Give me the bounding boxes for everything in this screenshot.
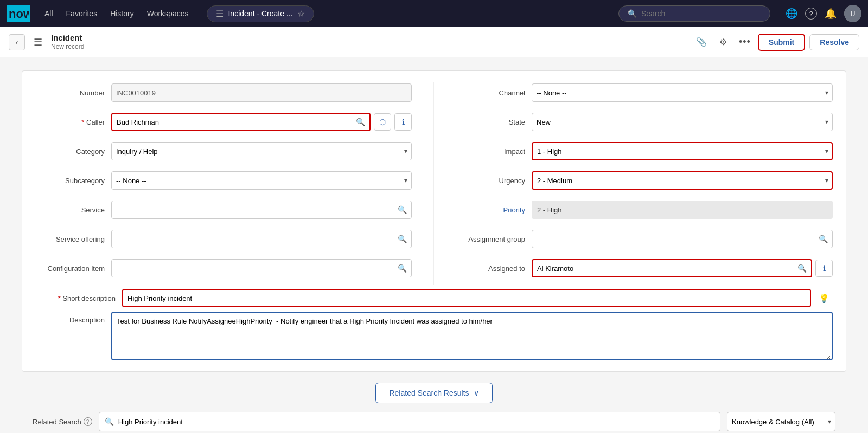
config-item-label: Configuration item (35, 264, 111, 273)
caller-graph-button[interactable]: ⬡ (374, 113, 391, 131)
category-select[interactable]: Inquiry / Help Software Hardware Network (111, 142, 412, 160)
related-search-input[interactable] (118, 418, 714, 426)
related-search-help-icon[interactable]: ? (84, 417, 92, 426)
urgency-select[interactable]: 1 - High 2 - Medium 3 - Low (532, 171, 833, 190)
assigned-to-input-box: 🔍 (532, 259, 812, 277)
more-button[interactable]: ••• (736, 34, 754, 51)
subcategory-row: Subcategory -- None -- ▾ (35, 170, 412, 191)
related-search-field-icon: 🔍 (105, 417, 114, 426)
form-left-column: Number Caller 🔍 ⬡ ℹ (35, 82, 434, 285)
record-title: Incident New record (51, 33, 84, 51)
channel-label: Channel (456, 89, 532, 97)
related-search-bar: Related Search Results ∨ (22, 383, 846, 403)
assigned-to-search-button[interactable]: 🔍 (793, 262, 811, 275)
service-offering-input-wrapper: 🔍 (111, 230, 412, 248)
description-textarea[interactable]: Test for Business Rule NotifyAssigneeHig… (111, 312, 833, 360)
pill-menu-icon: ☰ (216, 9, 224, 19)
short-description-label: Short description (35, 294, 122, 302)
assignment-group-row: Assignment group 🔍 (456, 228, 833, 250)
channel-row: Channel -- None -- Email Phone Self-serv… (456, 82, 833, 104)
hamburger-icon[interactable]: ☰ (31, 34, 44, 50)
related-search-input-box: 🔍 (99, 412, 720, 431)
nav-all[interactable]: All (39, 6, 59, 21)
description-label: Description (35, 312, 111, 324)
caller-search-button[interactable]: 🔍 (352, 115, 369, 128)
short-description-row: Short description 💡 (35, 289, 833, 307)
number-field[interactable] (111, 83, 412, 102)
record-title-sub: New record (51, 43, 84, 51)
priority-link[interactable]: Priority (456, 206, 532, 214)
secondary-header: ‹ ☰ Incident New record 📎 ⚙ ••• Submit R… (0, 27, 868, 57)
state-label: State (456, 118, 532, 126)
nav-workspaces[interactable]: Workspaces (142, 6, 194, 21)
description-row: Description Test for Business Rule Notif… (35, 312, 833, 360)
assigned-to-wrapper: 🔍 ℹ (532, 259, 833, 277)
subcategory-select-wrapper: -- None -- ▾ (111, 171, 412, 190)
number-label: Number (35, 89, 111, 97)
state-row: State New In Progress On Hold Resolved ▾ (456, 111, 833, 133)
help-icon[interactable]: ? (805, 8, 817, 20)
assigned-to-info-button[interactable]: ℹ (815, 260, 833, 277)
service-offering-search-button[interactable]: 🔍 (393, 232, 411, 245)
user-avatar[interactable]: U (844, 5, 861, 22)
form-container: Number Caller 🔍 ⬡ ℹ (0, 57, 868, 433)
resolve-button[interactable]: Resolve (809, 34, 859, 50)
impact-label: Impact (456, 147, 532, 156)
svg-text:now: now (9, 7, 29, 21)
config-item-row: Configuration item 🔍 (35, 257, 412, 279)
caller-label: Caller (35, 118, 111, 126)
assigned-to-label: Assigned to (456, 264, 532, 273)
notification-icon[interactable]: 🔔 (825, 8, 837, 20)
service-offering-input[interactable] (112, 233, 393, 245)
search-input[interactable] (641, 9, 761, 18)
config-item-search-button[interactable]: 🔍 (393, 262, 411, 275)
category-row: Category Inquiry / Help Software Hardwar… (35, 140, 412, 162)
number-row: Number (35, 82, 412, 104)
state-select-wrapper: New In Progress On Hold Resolved ▾ (532, 113, 833, 131)
nav-title-pill[interactable]: ☰ Incident - Create ... ☆ (207, 5, 314, 22)
caller-info-button[interactable]: ℹ (394, 113, 412, 131)
header-actions: 📎 ⚙ ••• Submit Resolve (693, 34, 859, 51)
config-item-input[interactable] (112, 262, 393, 275)
submit-button[interactable]: Submit (758, 34, 805, 51)
catalog-select[interactable]: Knowledge & Catalog (All) Knowledge Cata… (727, 412, 835, 431)
assigned-to-input[interactable] (533, 262, 793, 275)
service-search-button[interactable]: 🔍 (393, 203, 411, 216)
catalog-select-wrapper: Knowledge & Catalog (All) Knowledge Cata… (727, 412, 835, 431)
state-select[interactable]: New In Progress On Hold Resolved (532, 113, 833, 131)
priority-row: Priority 2 - High (456, 199, 833, 221)
settings-button[interactable]: ⚙ (714, 34, 732, 51)
caller-input[interactable] (112, 116, 352, 128)
category-select-wrapper: Inquiry / Help Software Hardware Network… (111, 142, 412, 160)
related-search-button[interactable]: Related Search Results ∨ (375, 383, 492, 403)
lightbulb-button[interactable]: 💡 (815, 289, 833, 307)
assignment-group-search-button[interactable]: 🔍 (814, 232, 832, 245)
impact-select[interactable]: 1 - High 2 - Medium 3 - Low (532, 142, 833, 160)
nav-history[interactable]: History (105, 6, 139, 21)
subcategory-label: Subcategory (35, 177, 111, 185)
channel-select[interactable]: -- None -- Email Phone Self-service (532, 83, 833, 102)
channel-select-wrapper: -- None -- Email Phone Self-service ▾ (532, 83, 833, 102)
attachment-button[interactable]: 📎 (693, 34, 710, 51)
caller-input-box: 🔍 (111, 113, 371, 131)
short-description-input[interactable] (123, 292, 810, 305)
service-input[interactable] (112, 204, 393, 216)
subcategory-select[interactable]: -- None -- (111, 171, 412, 190)
config-item-input-wrapper: 🔍 (111, 259, 412, 277)
caller-wrapper: 🔍 ⬡ ℹ (111, 113, 412, 131)
assignment-group-label: Assignment group (456, 235, 532, 243)
nav-favorites[interactable]: Favorites (61, 6, 103, 21)
priority-value: 2 - High (532, 201, 833, 219)
service-offering-row: Service offering 🔍 (35, 228, 412, 250)
assigned-to-row: Assigned to 🔍 ℹ (456, 257, 833, 279)
impact-select-wrapper: 1 - High 2 - Medium 3 - Low ▾ (532, 142, 833, 160)
related-search-field-label: Related Search ? (33, 417, 92, 426)
globe-icon[interactable]: 🌐 (786, 8, 797, 20)
assignment-group-input[interactable] (532, 233, 814, 245)
favorite-star-icon[interactable]: ☆ (297, 9, 305, 19)
service-label: Service (35, 206, 111, 214)
caller-row: Caller 🔍 ⬡ ℹ (35, 111, 412, 133)
global-search[interactable]: 🔍 (618, 5, 770, 22)
back-button[interactable]: ‹ (9, 34, 25, 50)
related-search-row: Related Search ? 🔍 Knowledge & Catalog (… (22, 412, 846, 431)
